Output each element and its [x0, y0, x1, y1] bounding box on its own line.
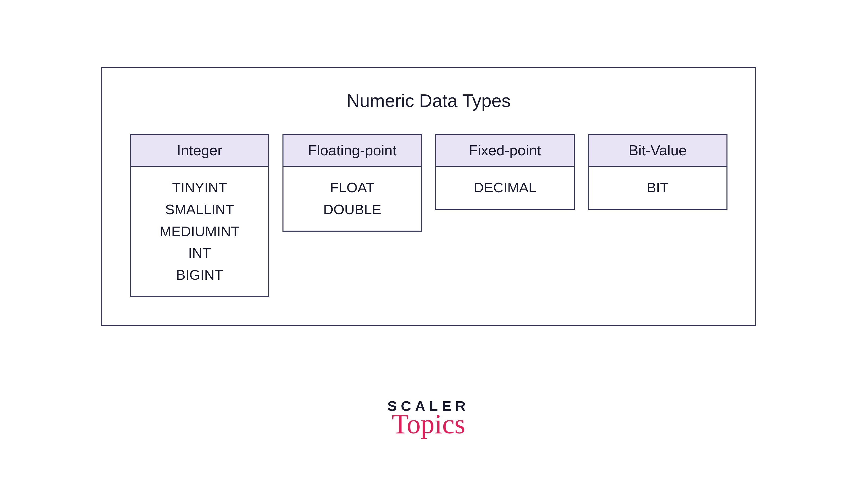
type-item: FLOAT [286, 177, 419, 198]
category-body: DECIMAL [436, 167, 574, 209]
category-header: Bit-Value [589, 135, 726, 167]
type-item: TINYINT [133, 177, 266, 198]
type-item: DOUBLE [286, 198, 419, 221]
category-body: BIT [589, 167, 726, 209]
type-item: DECIMAL [439, 177, 571, 198]
category-body: TINYINT SMALLINT MEDIUMINT INT BIGINT [131, 167, 268, 296]
category-bit-value: Bit-Value BIT [588, 134, 727, 210]
categories-row: Integer TINYINT SMALLINT MEDIUMINT INT B… [130, 134, 727, 297]
category-header: Integer [131, 135, 268, 167]
category-fixed-point: Fixed-point DECIMAL [435, 134, 575, 210]
category-integer: Integer TINYINT SMALLINT MEDIUMINT INT B… [130, 134, 269, 297]
diagram-title: Numeric Data Types [130, 90, 727, 111]
type-item: MEDIUMINT [133, 221, 266, 242]
category-body: FLOAT DOUBLE [284, 167, 421, 231]
diagram-container: Numeric Data Types Integer TINYINT SMALL… [101, 67, 756, 326]
category-header: Floating-point [284, 135, 421, 167]
type-item: BIGINT [133, 264, 266, 286]
type-item: INT [133, 242, 266, 264]
brand-logo: SCALER Topics [387, 398, 469, 440]
type-item: BIT [591, 177, 724, 198]
logo-text-bottom: Topics [387, 408, 469, 440]
type-item: SMALLINT [133, 198, 266, 221]
category-header: Fixed-point [436, 135, 574, 167]
category-floating-point: Floating-point FLOAT DOUBLE [283, 134, 422, 231]
